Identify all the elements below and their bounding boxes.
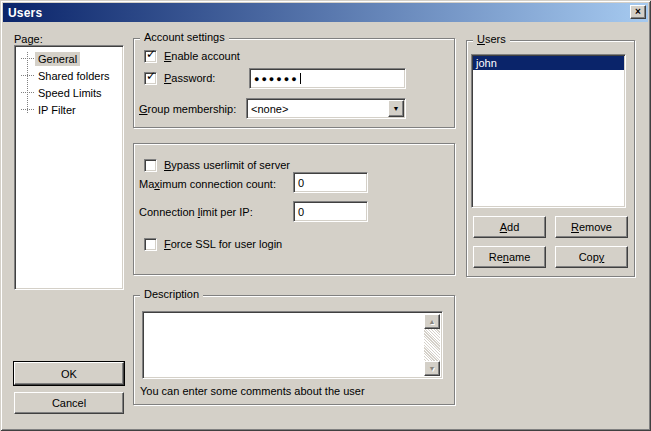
account-settings-group: Account settings ✓ Enable account ✓ Pass… xyxy=(133,38,455,128)
description-title: Description xyxy=(140,288,203,301)
tree-item-ip-filter[interactable]: IP Filter xyxy=(21,101,123,118)
force-ssl-row: Force SSL for user login xyxy=(144,237,282,251)
users-group-title: Users xyxy=(473,33,510,46)
arrow-down-icon: ▼ xyxy=(429,365,436,372)
description-textarea[interactable]: ▲ ▼ xyxy=(142,311,443,379)
max-connections-input[interactable]: 0 xyxy=(293,172,368,193)
tree-branch-icon xyxy=(21,101,35,118)
add-user-button[interactable]: Add xyxy=(473,216,546,238)
ip-limit-input[interactable]: 0 xyxy=(293,201,368,222)
chevron-down-icon: ▼ xyxy=(393,105,400,112)
max-connections-value: 0 xyxy=(298,177,304,189)
tree-item-label[interactable]: IP Filter xyxy=(35,103,79,117)
group-membership-label: Group membership: xyxy=(139,103,236,115)
check-icon: ✓ xyxy=(146,48,156,60)
description-hint: You can enter some comments about the us… xyxy=(140,385,365,397)
title-bar[interactable]: Users × xyxy=(3,3,648,22)
window-title: Users xyxy=(3,6,42,20)
users-group: Users john Add Remove Rename Copy xyxy=(466,40,635,277)
password-input[interactable]: ●●●●●● xyxy=(249,68,406,89)
tree-branch-icon xyxy=(21,84,35,101)
account-settings-title: Account settings xyxy=(140,31,229,44)
remove-button-label: Remove xyxy=(571,221,612,233)
tree-item-general[interactable]: General xyxy=(21,50,123,67)
remove-user-button[interactable]: Remove xyxy=(555,216,628,238)
tree-item-speed-limits[interactable]: Speed Limits xyxy=(21,84,123,101)
ok-button-label: OK xyxy=(61,368,77,380)
copy-button-label: Copy xyxy=(579,251,605,263)
bypass-userlimit-checkbox[interactable] xyxy=(144,159,157,172)
force-ssl-checkbox[interactable] xyxy=(144,238,157,251)
copy-user-button[interactable]: Copy xyxy=(555,246,628,268)
ip-limit-label: Connection limit per IP: xyxy=(139,206,253,218)
description-scrollbar[interactable]: ▲ ▼ xyxy=(424,314,440,376)
password-checkbox[interactable]: ✓ xyxy=(144,72,157,85)
description-group: Description ▲ ▼ You can enter some comme… xyxy=(133,295,455,405)
text-cursor xyxy=(300,73,301,84)
tree-item-shared-folders[interactable]: Shared folders xyxy=(21,67,123,84)
ok-button[interactable]: OK xyxy=(14,362,124,385)
page-label: Page: xyxy=(14,33,43,45)
enable-account-checkbox[interactable]: ✓ xyxy=(144,50,157,63)
arrow-up-icon: ▲ xyxy=(429,318,436,325)
scroll-down-button[interactable]: ▼ xyxy=(424,361,440,376)
users-listbox[interactable]: john xyxy=(471,54,626,208)
tree-item-label[interactable]: General xyxy=(35,52,80,66)
cancel-button[interactable]: Cancel xyxy=(14,392,124,414)
enable-account-row: ✓ Enable account xyxy=(144,49,240,63)
group-membership-select[interactable]: <none> ▼ xyxy=(246,98,406,119)
tree-item-label[interactable]: Speed Limits xyxy=(35,86,105,100)
tree-item-label[interactable]: Shared folders xyxy=(35,69,113,83)
bypass-userlimit-label: Bypass userlimit of server xyxy=(164,159,290,171)
user-name: john xyxy=(476,57,497,69)
tree-branch-icon xyxy=(21,50,35,67)
rename-button-label: Rename xyxy=(489,251,531,263)
ip-limit-value: 0 xyxy=(298,206,304,218)
bypass-userlimit-row: Bypass userlimit of server xyxy=(144,158,290,172)
user-list-item[interactable]: john xyxy=(473,56,624,70)
password-label: Password: xyxy=(164,72,215,84)
users-dialog: Users × Page: General Shared folders Spe… xyxy=(0,0,651,431)
password-row: ✓ Password: xyxy=(144,71,215,85)
force-ssl-label: Force SSL for user login xyxy=(164,238,282,250)
close-icon: × xyxy=(635,7,641,17)
check-icon: ✓ xyxy=(146,70,156,82)
dropdown-button[interactable]: ▼ xyxy=(388,100,404,117)
password-value: ●●●●●● xyxy=(254,74,299,84)
cancel-button-label: Cancel xyxy=(52,397,86,409)
add-button-label: Add xyxy=(500,221,520,233)
connection-limits-group: Bypass userlimit of server Maximum conne… xyxy=(133,143,455,275)
enable-account-label: Enable account xyxy=(164,50,240,62)
scroll-up-button[interactable]: ▲ xyxy=(424,314,440,329)
page-tree[interactable]: General Shared folders Speed Limits IP F… xyxy=(14,45,124,290)
max-connections-label: Maximum connection count: xyxy=(139,178,276,190)
tree-branch-icon xyxy=(21,67,35,84)
scrollbar-track[interactable] xyxy=(424,329,440,361)
close-button[interactable]: × xyxy=(630,5,646,19)
group-membership-value: <none> xyxy=(251,103,288,115)
rename-user-button[interactable]: Rename xyxy=(473,246,546,268)
